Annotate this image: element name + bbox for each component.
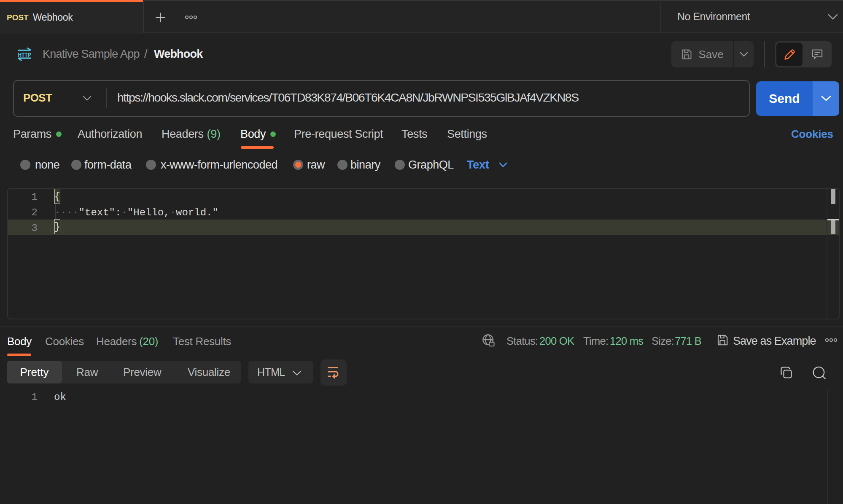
svg-text:HTTP: HTTP [18,51,31,58]
